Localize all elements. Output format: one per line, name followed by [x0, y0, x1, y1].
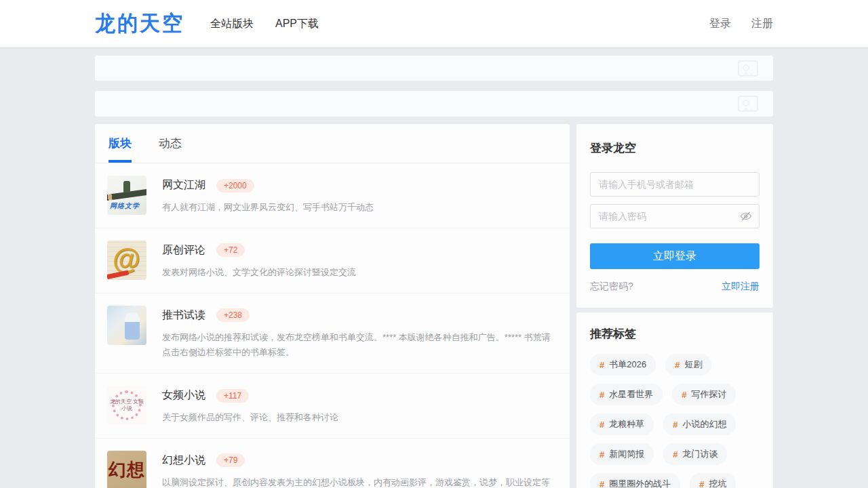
new-posts-badge: +79	[216, 453, 245, 467]
register-now-link[interactable]: 立即注册	[722, 281, 760, 293]
tag-quanli[interactable]: #圈里圈外的战斗	[590, 473, 680, 488]
banner-placeholder-second[interactable]	[95, 91, 773, 117]
nav-item-all-forums[interactable]: 全站版块	[210, 17, 254, 31]
password-input[interactable]	[590, 204, 760, 228]
tag-shudan2026[interactable]: #书单2026	[590, 354, 656, 375]
account-input[interactable]	[590, 172, 760, 197]
new-posts-badge: +72	[216, 243, 245, 257]
tag-label: 水星看世界	[609, 388, 653, 401]
password-visibility-toggle[interactable]	[739, 209, 753, 223]
forum-row-tuishu-shidu[interactable]: 推书试读 +238 发布网络小说的推荐和试读，发布龙空榜单和书单交流。**** …	[95, 293, 570, 374]
forum-description: 关于女频作品的写作、评论、推荐和各种讨论	[162, 410, 553, 426]
forum-title[interactable]: 女频小说	[162, 388, 205, 403]
forum-row-yuanchuang-pinglun[interactable]: @ 原创评论 +72 发表对网络小说、文学文化的评论探讨暨设定交流	[95, 228, 570, 293]
forum-row-nvpin-xiaoshuo[interactable]: 龙的天空 女频小说 女频小说 +117 关于女频作品的写作、评论、推荐和各种讨论	[95, 373, 570, 439]
forum-row-huanxiang-xiaoshuo[interactable]: 幻想 幻想小说 +79 以脑洞设定探讨、原创内容发表为主的幻想小说板块，内有动画…	[95, 439, 570, 488]
hash-icon: #	[599, 449, 604, 460]
tags-list: #书单2026 #短剧 #水星看世界 #写作探讨 #龙粮种草 #小说的幻想 #新…	[590, 354, 760, 488]
login-link[interactable]: 登录	[709, 17, 731, 31]
forum-description: 发表对网络小说、文学文化的评论探讨暨设定交流	[162, 265, 553, 281]
hash-icon: #	[675, 360, 679, 370]
forum-thumbnail: 龙的天空 女频小说	[107, 386, 146, 425]
tab-forums[interactable]: 版块	[108, 124, 132, 163]
forum-thumbnail: @	[107, 241, 146, 280]
tag-longmen[interactable]: #龙门访谈	[663, 443, 727, 465]
tag-label: 新闻简报	[609, 448, 644, 460]
forum-thumbnail: 幻想	[107, 451, 146, 488]
forgot-password-link[interactable]: 忘记密码?	[590, 281, 633, 293]
forum-row-wenwang-jianghu[interactable]: 网络文学 网文江湖 +2000 有人就有江湖，网文业界风云变幻、写手书站万千动态	[95, 163, 570, 228]
tag-label: 龙粮种草	[609, 418, 644, 430]
forum-thumbnail: 网络文学	[107, 176, 146, 215]
hash-icon: #	[682, 390, 686, 400]
forum-title[interactable]: 网文江湖	[162, 178, 205, 192]
thumbnail-label: 龙的天空 女频小说	[107, 386, 146, 425]
tag-label: 小说的幻想	[682, 418, 726, 430]
tag-duanju[interactable]: #短剧	[665, 354, 711, 375]
forum-title[interactable]: 原创评论	[162, 243, 205, 258]
hash-icon: #	[599, 420, 604, 430]
tab-activity[interactable]: 动态	[159, 124, 182, 163]
new-posts-badge: +2000	[216, 179, 254, 192]
tag-longliang[interactable]: #龙粮种草	[590, 413, 654, 435]
hash-icon: #	[673, 420, 677, 430]
tag-label: 圈里圈外的战斗	[609, 478, 671, 488]
tag-xinwen[interactable]: #新闻简报	[590, 443, 654, 465]
forum-description: 以脑洞设定探讨、原创内容发表为主的幻想小说板块，内有动画影评，游戏鉴赏，说梦，职…	[162, 475, 553, 488]
tag-label: 书单2026	[609, 359, 646, 371]
tag-label: 写作探讨	[691, 388, 726, 401]
hash-icon: #	[599, 390, 604, 400]
tag-label: 短剧	[684, 359, 702, 371]
forum-thumbnail	[107, 306, 146, 345]
tags-card-title: 推荐标签	[590, 326, 760, 342]
register-link[interactable]: 注册	[751, 17, 773, 31]
hash-icon: #	[673, 449, 677, 460]
eye-off-icon	[740, 210, 752, 222]
site-logo[interactable]: 龙的天空	[95, 9, 184, 38]
login-card-title: 登录龙空	[590, 140, 760, 156]
tag-label: 龙门访谈	[682, 448, 717, 460]
recommended-tags-card: 推荐标签 #书单2026 #短剧 #水星看世界 #写作探讨 #龙粮种草 #小说的…	[576, 312, 773, 488]
hash-icon: #	[599, 479, 604, 488]
figure-graphic	[123, 181, 130, 192]
top-navbar: 龙的天空 全站版块 APP下载 登录 注册	[0, 0, 868, 47]
forum-list-panel: 版块 动态 网络文学 网文江湖 +2000 有人就有江湖，网文业界风云变幻、写手…	[95, 124, 570, 488]
main-nav: 全站版块 APP下载	[210, 17, 319, 31]
auth-links: 登录 注册	[709, 17, 773, 31]
image-placeholder-icon	[738, 60, 758, 77]
sidebar: 登录龙空 立即登录 忘记密码?	[576, 124, 773, 488]
tag-wakeng[interactable]: #挖坑	[690, 473, 736, 488]
tag-xiezuo[interactable]: #写作探讨	[672, 384, 736, 405]
thumbnail-label: 幻想	[108, 458, 145, 482]
forum-description: 发布网络小说的推荐和试读，发布龙空榜单和书单交流。**** 本版谢绝各种自推和广…	[162, 330, 553, 361]
hash-icon: #	[699, 479, 704, 488]
forum-description: 有人就有江湖，网文业界风云变幻、写手书站万千动态	[162, 200, 553, 216]
banner-placeholder-top[interactable]	[95, 56, 773, 81]
hash-icon: #	[599, 360, 604, 370]
forum-title[interactable]: 幻想小说	[162, 453, 205, 468]
forum-tabs: 版块 动态	[95, 124, 570, 163]
tag-label: 挖坑	[709, 478, 726, 488]
thumbnail-label: 网络文学	[110, 201, 140, 211]
tag-xiaoshuo-huanxiang[interactable]: #小说的幻想	[663, 413, 736, 435]
login-card: 登录龙空 立即登录 忘记密码?	[576, 124, 773, 308]
image-placeholder-icon	[738, 96, 758, 112]
tag-shuixing[interactable]: #水星看世界	[590, 384, 663, 405]
nav-item-app-download[interactable]: APP下载	[275, 17, 319, 31]
new-posts-badge: +117	[216, 389, 249, 403]
forum-title[interactable]: 推书试读	[162, 308, 205, 323]
girl-graphic	[125, 312, 140, 340]
new-posts-badge: +238	[216, 308, 250, 322]
login-submit-button[interactable]: 立即登录	[590, 243, 760, 269]
